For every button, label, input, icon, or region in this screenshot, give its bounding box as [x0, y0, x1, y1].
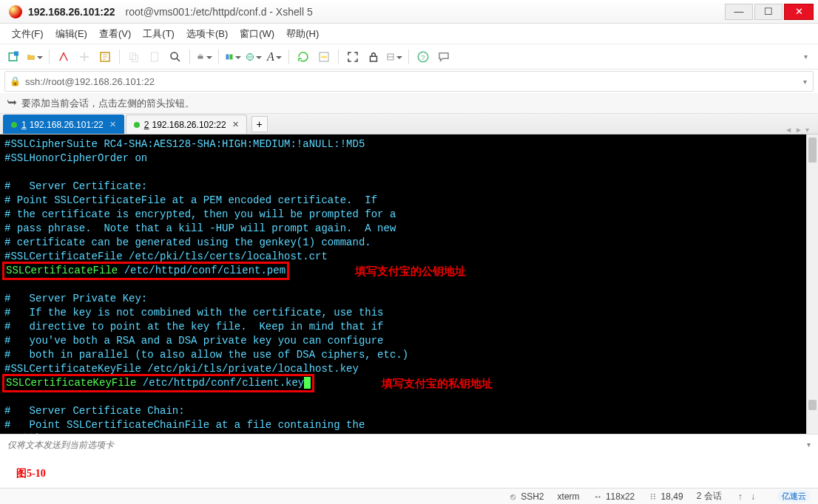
new-session-icon[interactable] — [6, 49, 22, 65]
address-url[interactable]: ssh://root@192.168.26.101:22 — [25, 76, 797, 87]
reconnect-icon[interactable] — [55, 49, 72, 65]
status-sessions: 2 会话 — [697, 490, 722, 503]
vim-status-line: -- 插入 --109,4945% — [4, 432, 814, 434]
svg-rect-9 — [226, 54, 229, 59]
fullscreen-icon[interactable] — [345, 49, 361, 65]
compose-bar: ▾ — [0, 434, 818, 454]
help-icon[interactable]: ? — [415, 49, 431, 65]
tab-label: 192.168.26.102:22 — [152, 120, 226, 130]
menu-view[interactable]: 查看(V) — [95, 24, 135, 44]
lock-icon[interactable] — [365, 49, 382, 65]
separator — [288, 50, 289, 64]
tab-prev-icon[interactable]: ◄ — [785, 126, 792, 134]
copy-icon[interactable] — [126, 49, 142, 65]
font-icon[interactable]: A — [266, 49, 283, 65]
key-file-box: SSLCertificateKeyFile /etc/httpd/conf/cl… — [4, 376, 312, 390]
layout-icon[interactable] — [386, 49, 402, 65]
menu-file[interactable]: 文件(F) — [7, 24, 48, 44]
lock-small-icon: 🔒 — [10, 76, 21, 86]
separator — [408, 50, 409, 64]
provider-logo: 亿速云 — [777, 490, 811, 503]
menu-window[interactable]: 窗口(W) — [235, 24, 279, 44]
status-size: ↔ 118x22 — [593, 491, 635, 502]
window-title-path: root@vms001:/etc/httpd/conf.d - Xshell 5 — [126, 6, 313, 18]
session-tab-1[interactable]: 1 192.168.26.101:22 ✕ — [3, 115, 124, 134]
toolbar: A ? ▾ — [0, 44, 818, 69]
chat-icon[interactable] — [436, 49, 452, 65]
cert-file-box: SSLCertificateFile /etc/httpd/conf/clien… — [4, 264, 287, 278]
open-session-icon[interactable] — [27, 49, 43, 65]
maximize-button[interactable]: ☐ — [754, 4, 782, 20]
svg-rect-7 — [198, 55, 203, 58]
status-net: ↑ ↓ — [735, 491, 758, 502]
add-tab-button[interactable]: + — [251, 116, 268, 132]
menu-tools[interactable]: 工具(T) — [138, 24, 179, 44]
link-icon: ⎋ — [508, 491, 518, 502]
svg-text:?: ? — [421, 52, 425, 61]
svg-rect-8 — [199, 54, 202, 56]
separator — [218, 50, 219, 64]
tab-label: 192.168.26.101:22 — [30, 120, 104, 130]
separator — [49, 50, 50, 64]
svg-rect-3 — [130, 52, 136, 59]
terminal-scrollbar[interactable] — [806, 134, 818, 434]
status-bar: ⎋ SSH2 xterm ↔ 118x22 ⁝⁝ 18,49 2 会话 ↑ ↓ … — [0, 488, 818, 504]
svg-rect-10 — [230, 54, 233, 59]
paste-icon[interactable] — [146, 49, 163, 65]
svg-rect-5 — [152, 52, 158, 61]
minimize-button[interactable]: — — [725, 4, 753, 20]
transfer-icon[interactable] — [225, 49, 241, 65]
session-tabs: 1 192.168.26.101:22 ✕ 2 192.168.26.102:2… — [0, 114, 818, 134]
separator — [338, 50, 339, 64]
status-dot-icon — [134, 122, 140, 128]
annotation-public-key: 填写支付宝的公钥地址 — [355, 265, 466, 279]
terminal-cursor — [304, 377, 311, 389]
arrow-down-icon: ↓ — [748, 491, 758, 502]
properties-icon[interactable] — [97, 49, 113, 65]
print-icon[interactable] — [196, 49, 212, 65]
terminal-wrap: #SSLCipherSuite RC4-SHA:AES128-SHA:HIGH:… — [0, 134, 818, 434]
menu-edit[interactable]: 编辑(E) — [51, 24, 92, 44]
globe-icon[interactable] — [246, 49, 262, 65]
highlight-icon[interactable] — [316, 49, 332, 65]
address-dropdown[interactable]: ▾ — [797, 78, 813, 86]
tab-close-icon[interactable]: ✕ — [232, 120, 239, 129]
separator — [119, 50, 120, 64]
app-icon — [9, 5, 22, 18]
hint-arrow-icon[interactable]: ⮩ — [7, 98, 17, 109]
close-button[interactable]: ✕ — [784, 4, 814, 20]
menu-help[interactable]: 帮助(H) — [282, 24, 323, 44]
tab-close-icon[interactable]: ✕ — [109, 120, 116, 129]
find-icon[interactable] — [167, 49, 183, 65]
compose-input[interactable] — [0, 440, 800, 450]
status-dot-icon — [11, 122, 17, 128]
size-icon: ↔ — [593, 491, 604, 502]
tab-next-icon[interactable]: ► — [795, 126, 802, 134]
refresh-icon[interactable] — [295, 49, 311, 65]
address-bar[interactable]: 🔒 ssh://root@192.168.26.101:22 ▾ — [4, 71, 814, 92]
tab-nav: ◄ ► ▾ — [779, 126, 815, 134]
menubar: 文件(F) 编辑(E) 查看(V) 工具(T) 选项卡(B) 窗口(W) 帮助(… — [0, 24, 818, 44]
cursor-icon: ⁝⁝ — [648, 491, 658, 502]
svg-rect-1 — [14, 51, 18, 55]
svg-point-6 — [171, 52, 178, 59]
session-tab-2[interactable]: 2 192.168.26.102:22 ✕ — [126, 115, 247, 134]
menu-tabs[interactable]: 选项卡(B) — [182, 24, 232, 44]
toolbar-overflow[interactable]: ▾ — [804, 52, 812, 61]
annotation-private-key: 填写支付宝的私钥地址 — [382, 377, 493, 391]
disconnect-icon[interactable] — [76, 49, 92, 65]
svg-rect-13 — [321, 55, 327, 58]
status-cursor: ⁝⁝ 18,49 — [648, 491, 683, 502]
separator — [189, 50, 190, 64]
tab-num: 2 — [144, 120, 149, 130]
figure-label: 图5-10 — [16, 467, 46, 480]
arrow-up-icon: ↑ — [735, 491, 746, 502]
compose-dropdown[interactable]: ▾ — [800, 440, 818, 449]
tab-list-icon[interactable]: ▾ — [805, 126, 809, 134]
svg-rect-14 — [371, 56, 377, 61]
status-proto: ⎋ SSH2 — [508, 491, 544, 502]
window-controls: — ☐ ✕ — [725, 4, 818, 20]
hint-bar: ⮩ 要添加当前会话，点击左侧的箭头按钮。 — [0, 93, 818, 114]
titlebar: 192.168.26.101:22 root@vms001:/etc/httpd… — [0, 0, 818, 24]
status-term: xterm — [558, 491, 580, 502]
